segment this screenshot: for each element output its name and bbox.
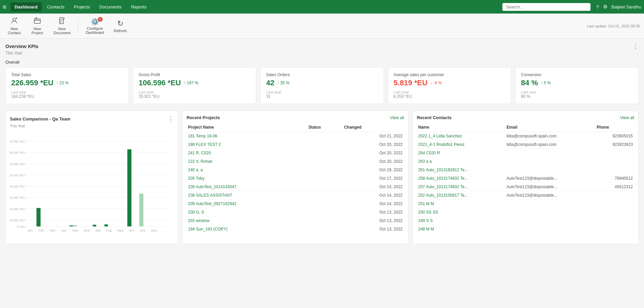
project-name-cell[interactable]: 205 Toby xyxy=(187,174,307,183)
svg-rect-24 xyxy=(37,208,41,226)
svg-line-5 xyxy=(64,18,65,19)
contact-phone-cell: 45612312 xyxy=(595,183,634,191)
contact-name-cell[interactable]: 252 Auto_1013150817 Te... xyxy=(417,191,505,200)
svg-text:Dec.: Dec. xyxy=(151,229,158,232)
recent-projects-title: Recent Projects xyxy=(187,115,220,120)
project-name-cell[interactable]: 181 Temp 18-06 xyxy=(187,132,307,140)
table-row: 209 AutoTest_0927162942 Oct 14, 2022 xyxy=(187,200,404,208)
search-input[interactable] xyxy=(502,3,590,11)
contact-name-cell[interactable]: 261 Auto_1013182812 Te... xyxy=(417,166,505,174)
nav-item-projects[interactable]: Projects xyxy=(70,2,94,12)
help-icon[interactable]: ? xyxy=(596,4,599,10)
kpi-card-conversion: Conversion 84 % ↑ 5 % Last year 80 % xyxy=(515,67,639,104)
contact-name-cell[interactable]: 249 S S xyxy=(417,217,505,225)
overview-kpis-menu[interactable]: ⋮ xyxy=(632,43,639,50)
refresh-button[interactable]: ↻ Refresh xyxy=(110,18,130,34)
table-row: 250 SS SS xyxy=(417,208,635,217)
contact-name-cell[interactable]: 248 M M xyxy=(417,225,505,234)
project-name-cell[interactable]: 241 R, C020 xyxy=(187,149,307,157)
project-status-cell xyxy=(307,217,342,225)
kpi-last-value-conversion: 80 % xyxy=(521,94,633,99)
project-name-cell[interactable]: 188 FLEX TEST 2 xyxy=(187,140,307,149)
nav-item-contacts[interactable]: Contacts xyxy=(43,2,68,12)
project-name-cell[interactable]: 222 V, Rohan xyxy=(187,157,307,166)
kpi-card-avg-sales: Average sales per customer 5.819 *EU ↓ -… xyxy=(388,67,511,104)
col-status: Status xyxy=(307,123,342,132)
svg-text:June: June xyxy=(83,229,90,232)
project-name-cell[interactable]: 194 Sun_193 (COPY) xyxy=(187,225,307,234)
contact-name-cell[interactable]: 251 M M xyxy=(417,200,505,208)
contact-name-cell[interactable]: 263 a a xyxy=(417,157,505,166)
recent-contacts-title: Recent Contacts xyxy=(417,115,452,120)
new-project-button[interactable]: NewProject xyxy=(27,16,47,36)
svg-rect-4 xyxy=(60,18,63,24)
table-row: 194 Sun_193 (COPY) Oct 13, 2022 xyxy=(187,225,404,234)
col-email: Email xyxy=(505,123,595,132)
contact-name-cell[interactable]: 250 SS SS xyxy=(417,208,505,217)
kpi-value-avg-sales: 5.819 *EU xyxy=(394,79,428,87)
table-row: 258 Auto_1013174602 Te... AutoTest123@di… xyxy=(417,174,635,183)
project-name-cell[interactable]: 240 a, a xyxy=(187,166,307,174)
kpi-last-year-label-total-sales: Last year xyxy=(11,90,123,94)
kpi-last-year-label-gross-profit: Last year xyxy=(139,90,250,94)
project-status-cell xyxy=(307,225,342,234)
contact-name-cell[interactable]: 2021_4-1 Rodolfo1 Perez xyxy=(417,140,505,149)
svg-text:40,000 *EU: 40,000 *EU xyxy=(10,207,25,211)
settings-icon[interactable]: ⚙ xyxy=(603,4,607,10)
nav-item-reports[interactable]: Reports xyxy=(127,2,151,12)
contact-email-cell xyxy=(505,225,595,234)
project-name-cell[interactable]: 209 AutoTest_0927162942 xyxy=(187,200,307,208)
project-name-cell[interactable]: 203 window xyxy=(187,217,307,225)
contact-email-cell: lidia@compusoft-spain.com xyxy=(505,140,595,149)
project-changed-cell: Oct 14, 2022 xyxy=(343,200,404,208)
project-name-cell[interactable]: 239 AutoTest_1014143047 xyxy=(187,183,307,191)
kpi-last-year-label-avg-sales: Last year xyxy=(394,90,505,94)
top-nav: ⊞ Dashboard Contacts Projects Documents … xyxy=(0,0,644,14)
contact-name-cell[interactable]: 257 Auto_1013174602 Te... xyxy=(417,183,505,191)
contact-name-cell[interactable]: 258 Auto_1013174602 Te... xyxy=(417,174,505,183)
new-contact-button[interactable]: NewContact xyxy=(4,16,24,36)
kpi-label-total-sales: Total Sales xyxy=(11,72,123,77)
last-update: Last update: Oct 21, 2022 09:36 xyxy=(587,24,640,28)
user-name[interactable]: Baljeet Sandhu xyxy=(611,4,641,9)
new-document-button[interactable]: NewDocument xyxy=(50,16,74,36)
contact-name-cell[interactable]: 2022.1_4 Lidia Sanchez xyxy=(417,132,505,140)
recent-contacts-view-all[interactable]: View all xyxy=(620,115,634,120)
contact-email-cell xyxy=(505,157,595,166)
project-name-cell[interactable]: 200 G, S xyxy=(187,208,307,217)
svg-text:Nov.: Nov. xyxy=(140,229,146,232)
project-name-cell[interactable]: 238 SALES ASSISTANT xyxy=(187,191,307,200)
overall-label: Overall xyxy=(5,60,639,65)
project-status-cell xyxy=(307,132,342,140)
kpi-last-year-label-sales-orders: Last year xyxy=(266,90,378,94)
svg-text:100,000 *EU: 100,000 *EU xyxy=(10,174,25,177)
contact-phone-cell xyxy=(595,157,634,166)
table-row: 239 AutoTest_1014143047 Oct 14, 2022 xyxy=(187,183,404,191)
table-row: 240 a, a Oct 19, 2022 xyxy=(187,166,404,174)
nav-item-documents[interactable]: Documents xyxy=(95,2,126,12)
contact-email-cell: AutoTest123@dispostable... xyxy=(505,191,595,200)
table-row: 248 M M xyxy=(417,225,635,234)
chart-menu[interactable]: ⋮ xyxy=(168,115,174,123)
table-row: 251 M M xyxy=(417,200,635,208)
table-row: 263 a a xyxy=(417,157,635,166)
nav-item-dashboard[interactable]: Dashboard xyxy=(11,2,42,12)
kpi-last-value-gross-profit: 35.922 *EU xyxy=(139,94,250,99)
table-row: 249 S S xyxy=(417,217,635,225)
project-status-cell xyxy=(307,183,342,191)
svg-text:120,000 *EU: 120,000 *EU xyxy=(10,162,25,166)
grid-icon[interactable]: ⊞ xyxy=(3,4,6,9)
configure-dashboard-button[interactable]: 7 ⚙️ ConfigureDashboard xyxy=(82,16,107,36)
table-row: 222 V, Rohan Oct 20, 2022 xyxy=(187,157,404,166)
col-phone: Phone xyxy=(595,123,634,132)
recent-projects-view-all[interactable]: View all xyxy=(390,115,404,120)
contact-name-cell[interactable]: 264 C020 R xyxy=(417,149,505,157)
svg-text:160,000 *EU: 160,000 *EU xyxy=(10,140,25,143)
contact-phone-cell: 78945612 xyxy=(595,174,634,183)
project-changed-cell: Oct 19, 2022 xyxy=(343,166,404,174)
new-contact-icon xyxy=(11,17,18,26)
svg-text:140,000 *EU: 140,000 *EU xyxy=(10,151,25,154)
contact-email-cell: AutoTest123@dispostable... xyxy=(505,174,595,183)
svg-rect-27 xyxy=(93,225,96,226)
svg-text:May.: May. xyxy=(72,229,79,232)
